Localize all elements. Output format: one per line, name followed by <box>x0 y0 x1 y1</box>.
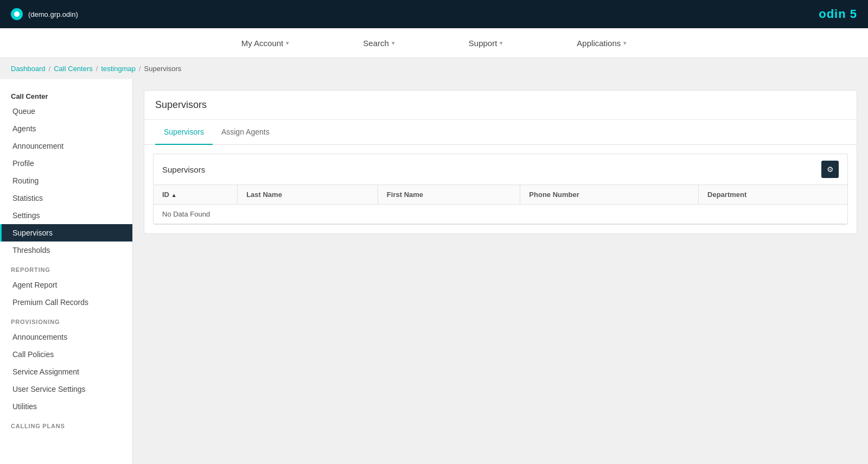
tabs-bar: Supervisors Assign Agents <box>144 120 857 145</box>
sidebar-item-agents[interactable]: Agents <box>0 120 132 137</box>
tab-assign-agents[interactable]: Assign Agents <box>213 120 278 145</box>
sidebar-item-call-policies[interactable]: Call Policies <box>0 346 132 363</box>
col-phone-label: Phone Number <box>529 190 579 199</box>
sidebar-item-profile[interactable]: Profile <box>0 155 132 172</box>
sidebar-item-statistics[interactable]: Statistics <box>0 189 132 207</box>
sidebar: Call Center Queue Agents Announcement Pr… <box>0 79 133 464</box>
inner-card-header: Supervisors ⚙ <box>154 154 847 185</box>
col-id-label: ID <box>162 190 169 199</box>
topbar: (demo.grp.odin) odin 5 <box>0 0 868 28</box>
sidebar-item-announcement[interactable]: Announcement <box>0 137 132 155</box>
sidebar-item-routing[interactable]: Routing <box>0 172 132 189</box>
content-area: Supervisors Supervisors Assign Agents Su… <box>133 79 868 464</box>
sidebar-item-premium-call-records[interactable]: Premium Call Records <box>0 294 132 311</box>
col-phone-number[interactable]: Phone Number <box>520 185 699 205</box>
breadcrumb-testingmap[interactable]: testingmap <box>101 65 136 73</box>
breadcrumb-sep-3: / <box>139 65 141 73</box>
sidebar-calling-plans-title: CALLING PLANS <box>0 415 132 433</box>
nav-search-label: Search <box>363 39 389 48</box>
nav-account-label: My Account <box>241 39 284 48</box>
content-header: Supervisors <box>144 91 857 120</box>
inner-card: Supervisors ⚙ ID ▲ Last Name <box>153 154 848 225</box>
sidebar-item-thresholds[interactable]: Thresholds <box>0 241 132 259</box>
sidebar-item-supervisors[interactable]: Supervisors <box>0 224 132 241</box>
chevron-down-icon: ▾ <box>500 40 503 47</box>
chevron-down-icon: ▾ <box>392 40 395 47</box>
nav-support-label: Support <box>469 39 497 48</box>
breadcrumb-call-centers[interactable]: Call Centers <box>54 65 93 73</box>
col-first-name[interactable]: First Name <box>378 185 520 205</box>
breadcrumb-sep-1: / <box>49 65 51 73</box>
col-last-name-label: Last Name <box>246 190 282 199</box>
chevron-down-icon: ▾ <box>623 40 627 47</box>
col-dept-label: Department <box>707 190 746 199</box>
nav-search[interactable]: Search ▾ <box>359 39 399 48</box>
nav-applications[interactable]: Applications ▾ <box>572 39 631 48</box>
middle-nav: My Account ▾ Search ▾ Support ▾ Applicat… <box>0 28 868 58</box>
col-first-name-label: First Name <box>387 190 423 199</box>
sidebar-item-utilities[interactable]: Utilities <box>0 398 132 415</box>
sidebar-group-call-center: Call Center <box>0 88 132 103</box>
supervisors-table: ID ▲ Last Name First Name Phone Number <box>154 185 847 224</box>
col-last-name[interactable]: Last Name <box>238 185 378 205</box>
sidebar-reporting-title: REPORTING <box>0 259 132 276</box>
logo-circle <box>11 8 23 20</box>
sidebar-provisioning-title: PROVISIONING <box>0 311 132 328</box>
main-layout: Call Center Queue Agents Announcement Pr… <box>0 79 868 464</box>
inner-card-title: Supervisors <box>162 165 205 174</box>
gear-button[interactable]: ⚙ <box>821 161 839 178</box>
topbar-brand: odin 5 <box>819 7 857 21</box>
nav-my-account[interactable]: My Account ▾ <box>237 39 294 48</box>
chevron-down-icon: ▾ <box>286 40 289 47</box>
content-card: Supervisors Supervisors Assign Agents Su… <box>144 90 857 234</box>
nav-applications-label: Applications <box>577 39 621 48</box>
topbar-domain: (demo.grp.odin) <box>28 10 78 18</box>
sidebar-item-agent-report[interactable]: Agent Report <box>0 276 132 294</box>
sort-asc-icon: ▲ <box>171 192 177 198</box>
table-header-row: ID ▲ Last Name First Name Phone Number <box>154 185 847 205</box>
breadcrumb-current: Supervisors <box>144 65 182 73</box>
page-title: Supervisors <box>155 99 846 111</box>
tab-supervisors[interactable]: Supervisors <box>155 120 213 145</box>
sidebar-item-settings[interactable]: Settings <box>0 207 132 224</box>
breadcrumb-dashboard[interactable]: Dashboard <box>11 65 46 73</box>
logo-inner <box>14 11 20 17</box>
sidebar-item-user-service-settings[interactable]: User Service Settings <box>0 380 132 398</box>
no-data-cell: No Data Found <box>154 205 847 224</box>
breadcrumb-sep-2: / <box>96 65 98 73</box>
topbar-logo: (demo.grp.odin) <box>11 8 78 20</box>
sidebar-item-announcements[interactable]: Announcements <box>0 328 132 346</box>
table-no-data-row: No Data Found <box>154 205 847 224</box>
sidebar-item-queue[interactable]: Queue <box>0 103 132 120</box>
breadcrumb: Dashboard / Call Centers / testingmap / … <box>0 58 868 79</box>
sidebar-item-service-assignment[interactable]: Service Assignment <box>0 363 132 380</box>
nav-support[interactable]: Support ▾ <box>464 39 508 48</box>
col-department[interactable]: Department <box>699 185 847 205</box>
col-id[interactable]: ID ▲ <box>154 185 238 205</box>
